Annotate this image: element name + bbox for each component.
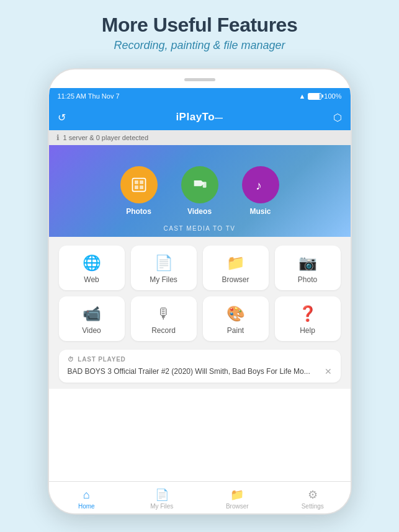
video-label: Video — [82, 326, 101, 335]
wifi-icon: ▲ — [298, 92, 305, 100]
photos-label: Photos — [126, 207, 151, 216]
nav-home[interactable]: ⌂ Home — [49, 486, 125, 510]
tile-video[interactable]: 📹 Video — [59, 296, 125, 341]
hero-banner: Photos Videos ♪ Music CAST MEDIA TO TV — [49, 145, 351, 237]
cast-icon[interactable]: ⬡ — [333, 112, 342, 123]
last-played-header: ⏱ LAST PLAYED — [68, 356, 332, 363]
svg-rect-4 — [140, 185, 143, 189]
last-played-section: ⏱ LAST PLAYED BAD BOYS 3 Official Traile… — [49, 341, 351, 389]
hero-videos[interactable]: Videos — [181, 166, 218, 216]
videos-circle — [181, 166, 218, 203]
server-notice-text: 1 server & 0 player detected — [63, 134, 149, 141]
refresh-icon[interactable]: ↺ — [58, 112, 66, 123]
svg-rect-2 — [140, 180, 143, 184]
myfiles-label: My Files — [150, 275, 177, 284]
photos-circle — [120, 166, 158, 203]
nav-settings-label: Settings — [302, 503, 324, 510]
svg-rect-1 — [135, 180, 138, 184]
last-played-title: BAD BOYS 3 Official Trailer #2 (2020) Wi… — [68, 367, 320, 376]
svg-rect-5 — [202, 182, 206, 187]
battery-icon — [308, 93, 321, 100]
server-notice: ℹ 1 server & 0 player detected — [49, 130, 351, 145]
music-label: Music — [249, 207, 271, 216]
tile-browser[interactable]: 📁 Browser — [203, 246, 269, 290]
status-right: ▲ 100% — [298, 92, 341, 100]
web-label: Web — [84, 275, 99, 284]
hero-music[interactable]: ♪ Music — [242, 166, 279, 216]
browser-label: Browser — [222, 275, 249, 284]
clock-icon: ⏱ — [68, 356, 74, 363]
close-button[interactable]: ✕ — [325, 366, 332, 376]
home-icon: ⌂ — [83, 489, 90, 502]
bottom-nav: ⌂ Home 📄 My Files 📁 Browser ⚙ Settings — [49, 481, 351, 513]
paint-icon: 🎨 — [226, 305, 245, 322]
battery-percent: 100% — [324, 92, 341, 100]
help-label: Help — [300, 326, 315, 335]
last-played-row[interactable]: BAD BOYS 3 Official Trailer #2 (2020) Wi… — [68, 366, 332, 376]
nav-browser-label: Browser — [226, 503, 249, 510]
record-label: Record — [151, 326, 176, 335]
app-header: ↺ iPlayTo— ⬡ — [49, 104, 351, 130]
svg-rect-3 — [135, 185, 138, 189]
cast-label: CAST MEDIA TO TV — [163, 225, 235, 232]
nav-myfiles[interactable]: 📄 My Files — [124, 485, 200, 510]
web-icon: 🌐 — [83, 254, 101, 272]
myfiles-icon: 📄 — [155, 254, 173, 272]
tile-record[interactable]: 🎙 Record — [131, 296, 197, 341]
nav-settings-icon: ⚙ — [308, 488, 318, 502]
nav-home-label: Home — [78, 503, 95, 510]
browser-icon: 📁 — [226, 254, 245, 272]
nav-myfiles-label: My Files — [150, 503, 173, 510]
record-icon: 🎙 — [156, 305, 171, 322]
videos-label: Videos — [187, 207, 212, 216]
nav-settings[interactable]: ⚙ Settings — [275, 485, 351, 510]
phone-speaker — [184, 78, 215, 81]
hero-icons-row: Photos Videos ♪ Music — [120, 166, 279, 216]
video-icon: 📹 — [83, 305, 101, 322]
page-subtitle: Recording, painting & file manager — [0, 39, 399, 52]
tile-myfiles[interactable]: 📄 My Files — [131, 246, 197, 290]
nav-browser-icon: 📁 — [230, 488, 244, 502]
tile-paint[interactable]: 🎨 Paint — [203, 296, 269, 341]
info-icon: ℹ — [56, 133, 60, 142]
photo-label: Photo — [298, 275, 317, 284]
help-icon: ❓ — [298, 305, 317, 322]
hero-photos[interactable]: Photos — [120, 166, 158, 216]
page-title: More Useful Features — [0, 0, 399, 37]
music-circle: ♪ — [242, 166, 279, 203]
app-grid: 🌐 Web 📄 My Files 📁 Browser 📷 Photo 📹 Vid… — [49, 237, 351, 341]
status-bar: 11:25 AM Thu Nov 7 ▲ 100% — [49, 88, 351, 104]
svg-text:♪: ♪ — [255, 179, 261, 192]
paint-label: Paint — [227, 326, 244, 335]
photo-icon: 📷 — [298, 254, 317, 272]
svg-rect-0 — [132, 179, 145, 192]
nav-browser[interactable]: 📁 Browser — [200, 485, 276, 510]
nav-files-icon: 📄 — [155, 488, 169, 502]
app-logo: iPlayTo— — [176, 111, 223, 123]
tile-help[interactable]: ❓ Help — [275, 296, 341, 341]
last-played-card: ⏱ LAST PLAYED BAD BOYS 3 Official Traile… — [59, 350, 341, 383]
tile-web[interactable]: 🌐 Web — [59, 246, 125, 290]
status-time: 11:25 AM Thu Nov 7 — [58, 92, 120, 100]
tile-photo[interactable]: 📷 Photo — [275, 246, 341, 290]
phone-frame: 11:25 AM Thu Nov 7 ▲ 100% ↺ iPlayTo— ⬡ ℹ… — [48, 68, 352, 515]
